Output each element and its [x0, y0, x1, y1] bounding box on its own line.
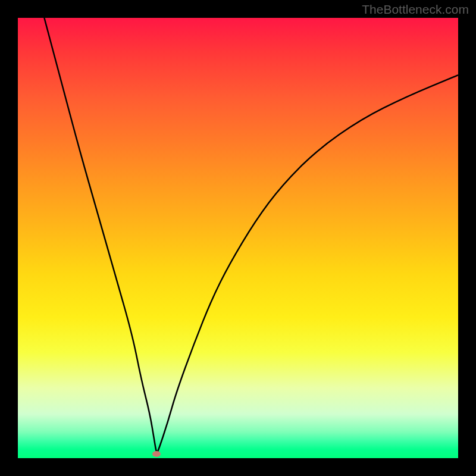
chart-plot-area [18, 18, 458, 458]
minimum-marker [152, 451, 161, 457]
curve-svg [18, 18, 458, 458]
bottleneck-curve-line [44, 18, 458, 452]
watermark-text: TheBottleneck.com [362, 2, 469, 17]
